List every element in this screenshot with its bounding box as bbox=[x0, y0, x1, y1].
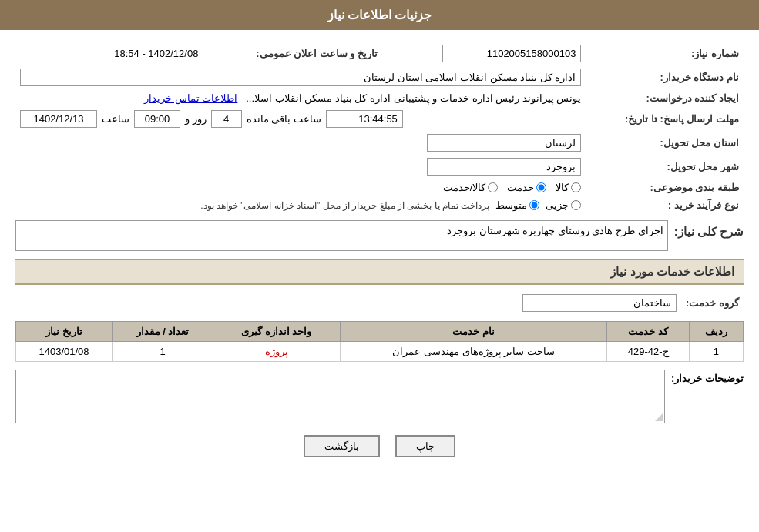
announcement-value: 1402/12/08 - 18:54 bbox=[15, 42, 208, 65]
table-row: استان محل تحویل: لرستان bbox=[15, 131, 744, 155]
radio-jozi-label: جزیی bbox=[546, 199, 569, 211]
buyer-org-input: اداره کل بنیاد مسکن انقلاب اسلامی استان … bbox=[20, 69, 581, 86]
days-label: روز و bbox=[185, 113, 207, 125]
radio-kala-khedmat-label: کالا/خدمت bbox=[443, 182, 486, 193]
overall-need-section: شرح کلی نیاز: اجرای طرح هادی روستای چهار… bbox=[15, 220, 744, 251]
resize-handle-icon bbox=[655, 413, 663, 421]
table-row: گروه خدمت: ساختمان bbox=[15, 291, 744, 315]
page-title: جزئیات اطلاعات نیاز bbox=[327, 8, 432, 22]
deadline-time-input: 09:00 bbox=[134, 110, 180, 128]
process-radio-jozi[interactable]: جزیی bbox=[546, 199, 581, 211]
radio-mottavaset[interactable] bbox=[529, 200, 539, 210]
table-row: طبقه بندی موضوعی: کالا خدمت bbox=[15, 179, 744, 196]
radio-kala-khedmat[interactable] bbox=[488, 182, 498, 192]
process-radio-mottavaset[interactable]: متوسط bbox=[495, 199, 539, 211]
info-table: شماره نیاز: 1102005158000103 تاریخ و ساع… bbox=[15, 42, 744, 214]
deadline-value: 13:44:55 ساعت باقی مانده 4 روز و 09:00 س… bbox=[15, 107, 586, 131]
category-options: کالا خدمت کالا/خدمت bbox=[15, 179, 586, 196]
remaining-label: ساعت باقی مانده bbox=[247, 113, 321, 125]
radio-mottavaset-label: متوسط bbox=[495, 199, 527, 211]
radio-kala[interactable] bbox=[571, 182, 581, 192]
deadline-date-input: 1402/12/13 bbox=[20, 110, 97, 128]
radio-jozi[interactable] bbox=[571, 200, 581, 210]
table-row: 1 ج-42-429 ساخت سایر پروژه‌های مهندسی عم… bbox=[16, 342, 744, 362]
buyer-desc-area bbox=[15, 370, 665, 423]
cell-service-code: ج-42-429 bbox=[607, 342, 689, 362]
time-label: ساعت bbox=[102, 113, 129, 125]
deadline-label: مهلت ارسال پاسخ: تا تاریخ: bbox=[586, 107, 744, 131]
main-content: شماره نیاز: 1102005158000103 تاریخ و ساع… bbox=[0, 30, 759, 484]
overall-need-value: اجرای طرح هادی روستای چهاربره شهرستان بر… bbox=[15, 220, 668, 251]
col-service-code: کد خدمت bbox=[607, 322, 689, 342]
buyer-org-label: نام دستگاه خریدار: bbox=[586, 65, 744, 89]
col-service-name: نام خدمت bbox=[340, 322, 607, 342]
need-number-label: شماره نیاز: bbox=[586, 42, 744, 65]
radio-khedmat[interactable] bbox=[536, 182, 546, 192]
category-label: طبقه بندی موضوعی: bbox=[586, 179, 744, 196]
cell-quantity: 1 bbox=[113, 342, 213, 362]
category-radio-khedmat[interactable]: خدمت bbox=[507, 182, 546, 193]
process-type-value: جزیی متوسط پرداخت تمام یا بخشی از مبلغ خ… bbox=[15, 196, 586, 214]
table-row: نوع فرآیند خرید : جزیی متوسط پرداخت تمام… bbox=[15, 196, 744, 214]
table-row: شهر محل تحویل: بروجرد bbox=[15, 155, 744, 179]
overall-need-label: شرح کلی نیاز: bbox=[674, 220, 744, 243]
process-note-text: پرداخت تمام یا بخشی از مبلغ خریدار از مح… bbox=[200, 200, 489, 211]
buyer-desc-box bbox=[15, 370, 665, 423]
province-label: استان محل تحویل: bbox=[586, 131, 744, 155]
city-label: شهر محل تحویل: bbox=[586, 155, 744, 179]
city-value: بروجرد bbox=[15, 155, 586, 179]
buyer-desc-section: توضیحات خریدار: bbox=[15, 370, 744, 423]
category-radio-kala-khedmat[interactable]: کالا/خدمت bbox=[443, 182, 499, 193]
need-number-input: 1102005158000103 bbox=[442, 45, 581, 62]
cell-unit[interactable]: پروژه bbox=[213, 342, 340, 362]
creator-label: ایجاد کننده درخواست: bbox=[586, 89, 744, 107]
print-button[interactable]: چاپ bbox=[395, 435, 455, 457]
page-wrapper: جزئیات اطلاعات نیاز شماره نیاز: 11020051… bbox=[0, 0, 759, 532]
service-group-table: گروه خدمت: ساختمان bbox=[15, 291, 744, 315]
col-date: تاریخ نیاز bbox=[16, 322, 113, 342]
back-button[interactable]: بازگشت bbox=[304, 435, 380, 457]
col-unit: واحد اندازه گیری bbox=[213, 322, 340, 342]
cell-service-name: ساخت سایر پروژه‌های مهندسی عمران bbox=[340, 342, 607, 362]
services-section-title: اطلاعات خدمات مورد نیاز bbox=[15, 259, 744, 285]
page-header: جزئیات اطلاعات نیاز bbox=[0, 0, 759, 30]
radio-kala-label: کالا bbox=[556, 182, 569, 193]
creator-text: یونس پیرانوند رئیس اداره خدمات و پشتیبان… bbox=[246, 92, 581, 104]
buyer-org-value: اداره کل بنیاد مسکن انقلاب اسلامی استان … bbox=[15, 65, 586, 89]
announcement-input: 1402/12/08 - 18:54 bbox=[65, 45, 203, 62]
announcement-label: تاریخ و ساعت اعلان عمومی: bbox=[208, 42, 393, 65]
category-radio-kala[interactable]: کالا bbox=[556, 182, 581, 193]
service-group-input: ساختمان bbox=[522, 294, 677, 312]
services-table: ردیف کد خدمت نام خدمت واحد اندازه گیری ت… bbox=[15, 321, 744, 362]
table-row: مهلت ارسال پاسخ: تا تاریخ: 13:44:55 ساعت… bbox=[15, 107, 744, 131]
cell-row-num: 1 bbox=[689, 342, 743, 362]
col-quantity: تعداد / مقدار bbox=[113, 322, 213, 342]
process-type-label: نوع فرآیند خرید : bbox=[586, 196, 744, 214]
cell-date: 1403/01/08 bbox=[16, 342, 113, 362]
need-number-value: 1102005158000103 bbox=[393, 42, 586, 65]
radio-khedmat-label: خدمت bbox=[507, 182, 534, 193]
button-row: چاپ بازگشت bbox=[15, 435, 744, 473]
service-group-label: گروه خدمت: bbox=[681, 291, 744, 315]
table-row: نام دستگاه خریدار: اداره کل بنیاد مسکن ا… bbox=[15, 65, 744, 89]
table-row: شماره نیاز: 1102005158000103 تاریخ و ساع… bbox=[15, 42, 744, 65]
table-header-row: ردیف کد خدمت نام خدمت واحد اندازه گیری ت… bbox=[16, 322, 744, 342]
col-row-num: ردیف bbox=[689, 322, 743, 342]
table-row: ایجاد کننده درخواست: یونس پیرانوند رئیس … bbox=[15, 89, 744, 107]
deadline-days-input: 4 bbox=[211, 110, 242, 128]
service-group-value: ساختمان bbox=[15, 291, 681, 315]
city-input: بروجرد bbox=[427, 158, 581, 176]
creator-contact-link[interactable]: اطلاعات تماس خریدار bbox=[144, 92, 237, 104]
creator-value: یونس پیرانوند رئیس اداره خدمات و پشتیبان… bbox=[15, 89, 586, 107]
province-input: لرستان bbox=[427, 134, 581, 152]
province-value: لرستان bbox=[15, 131, 586, 155]
buyer-desc-label: توضیحات خریدار: bbox=[671, 370, 744, 384]
deadline-remaining-input: 13:44:55 bbox=[326, 110, 403, 128]
